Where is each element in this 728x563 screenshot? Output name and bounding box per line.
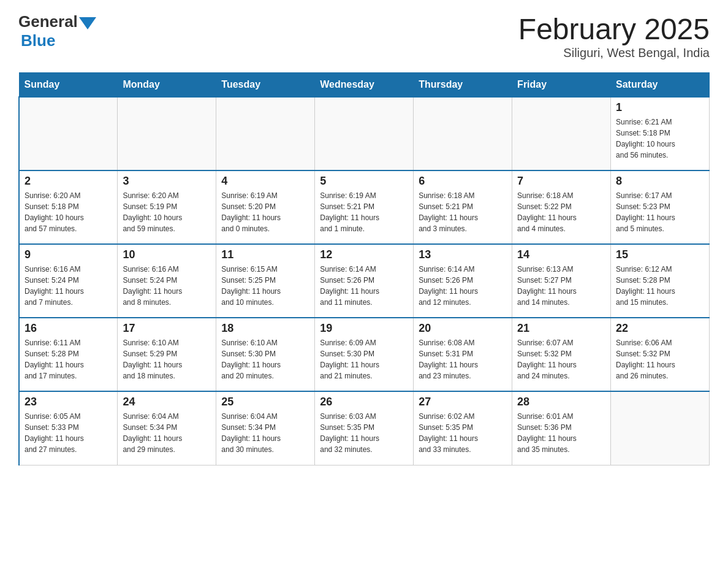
day-number: 20	[419, 322, 507, 335]
day-info: Sunrise: 6:11 AMSunset: 5:28 PMDaylight:…	[25, 337, 112, 381]
day-number: 6	[419, 175, 507, 188]
day-number: 10	[123, 248, 211, 261]
calendar-cell: 2Sunrise: 6:20 AMSunset: 5:18 PMDaylight…	[19, 170, 118, 244]
calendar-cell: 5Sunrise: 6:19 AMSunset: 5:21 PMDaylight…	[315, 170, 414, 244]
day-number: 11	[221, 248, 309, 261]
calendar-cell: 8Sunrise: 6:17 AMSunset: 5:23 PMDaylight…	[611, 170, 710, 244]
day-number: 26	[320, 396, 408, 408]
calendar-cell: 26Sunrise: 6:03 AMSunset: 5:35 PMDayligh…	[315, 391, 414, 465]
day-info: Sunrise: 6:03 AMSunset: 5:35 PMDaylight:…	[320, 411, 408, 455]
logo-line1: General	[18, 12, 96, 31]
day-number: 24	[123, 396, 211, 408]
day-info: Sunrise: 6:20 AMSunset: 5:19 PMDaylight:…	[123, 190, 211, 234]
day-number: 12	[320, 248, 408, 261]
day-info: Sunrise: 6:16 AMSunset: 5:24 PMDaylight:…	[25, 264, 112, 308]
location-text: Siliguri, West Bengal, India	[518, 46, 710, 60]
logo-blue-text: Blue	[21, 31, 55, 50]
day-number: 21	[517, 322, 605, 335]
page-header: General Blue February 2025 Siliguri, Wes…	[18, 12, 710, 60]
day-info: Sunrise: 6:01 AMSunset: 5:36 PMDaylight:…	[517, 411, 605, 455]
day-info: Sunrise: 6:21 AMSunset: 5:18 PMDaylight:…	[616, 117, 704, 161]
calendar-cell	[315, 97, 414, 170]
calendar-cell: 11Sunrise: 6:15 AMSunset: 5:25 PMDayligh…	[216, 244, 315, 318]
calendar-week-1: 1Sunrise: 6:21 AMSunset: 5:18 PMDaylight…	[19, 97, 710, 170]
day-info: Sunrise: 6:14 AMSunset: 5:26 PMDaylight:…	[320, 264, 408, 308]
calendar-cell: 20Sunrise: 6:08 AMSunset: 5:31 PMDayligh…	[414, 318, 512, 391]
weekday-header-sunday: Sunday	[19, 73, 118, 98]
day-number: 1	[616, 101, 704, 114]
calendar-cell	[19, 97, 118, 170]
calendar-cell	[512, 97, 611, 170]
day-number: 14	[517, 248, 605, 261]
weekday-header-wednesday: Wednesday	[315, 73, 414, 98]
calendar-cell: 14Sunrise: 6:13 AMSunset: 5:27 PMDayligh…	[512, 244, 611, 318]
day-number: 13	[419, 248, 507, 261]
day-number: 27	[419, 396, 507, 408]
weekday-header-saturday: Saturday	[611, 73, 710, 98]
day-info: Sunrise: 6:08 AMSunset: 5:31 PMDaylight:…	[419, 337, 507, 381]
weekday-header-tuesday: Tuesday	[216, 73, 315, 98]
calendar-cell: 13Sunrise: 6:14 AMSunset: 5:26 PMDayligh…	[414, 244, 512, 318]
day-info: Sunrise: 6:02 AMSunset: 5:35 PMDaylight:…	[419, 411, 507, 455]
day-info: Sunrise: 6:14 AMSunset: 5:26 PMDaylight:…	[419, 264, 507, 308]
day-info: Sunrise: 6:19 AMSunset: 5:20 PMDaylight:…	[221, 190, 309, 234]
day-number: 18	[221, 322, 309, 335]
calendar-cell: 17Sunrise: 6:10 AMSunset: 5:29 PMDayligh…	[118, 318, 216, 391]
day-number: 25	[221, 396, 309, 408]
calendar-week-3: 9Sunrise: 6:16 AMSunset: 5:24 PMDaylight…	[19, 244, 710, 318]
calendar-cell: 27Sunrise: 6:02 AMSunset: 5:35 PMDayligh…	[414, 391, 512, 465]
calendar-cell: 3Sunrise: 6:20 AMSunset: 5:19 PMDaylight…	[118, 170, 216, 244]
calendar-cell	[611, 391, 710, 465]
day-number: 15	[616, 248, 704, 261]
day-info: Sunrise: 6:05 AMSunset: 5:33 PMDaylight:…	[25, 411, 112, 455]
calendar-cell: 28Sunrise: 6:01 AMSunset: 5:36 PMDayligh…	[512, 391, 611, 465]
calendar-week-5: 23Sunrise: 6:05 AMSunset: 5:33 PMDayligh…	[19, 391, 710, 465]
calendar-cell: 9Sunrise: 6:16 AMSunset: 5:24 PMDaylight…	[19, 244, 118, 318]
day-number: 5	[320, 175, 408, 188]
day-number: 17	[123, 322, 211, 335]
day-number: 2	[25, 175, 112, 188]
day-info: Sunrise: 6:09 AMSunset: 5:30 PMDaylight:…	[320, 337, 408, 381]
calendar-cell: 24Sunrise: 6:04 AMSunset: 5:34 PMDayligh…	[118, 391, 216, 465]
calendar-cell: 15Sunrise: 6:12 AMSunset: 5:28 PMDayligh…	[611, 244, 710, 318]
day-info: Sunrise: 6:07 AMSunset: 5:32 PMDaylight:…	[517, 337, 605, 381]
day-info: Sunrise: 6:04 AMSunset: 5:34 PMDaylight:…	[221, 411, 309, 455]
calendar-cell: 1Sunrise: 6:21 AMSunset: 5:18 PMDaylight…	[611, 97, 710, 170]
calendar-cell	[216, 97, 315, 170]
day-info: Sunrise: 6:10 AMSunset: 5:29 PMDaylight:…	[123, 337, 211, 381]
day-number: 22	[616, 322, 704, 335]
calendar-cell: 16Sunrise: 6:11 AMSunset: 5:28 PMDayligh…	[19, 318, 118, 391]
calendar-cell: 25Sunrise: 6:04 AMSunset: 5:34 PMDayligh…	[216, 391, 315, 465]
weekday-header-thursday: Thursday	[414, 73, 512, 98]
calendar-cell: 4Sunrise: 6:19 AMSunset: 5:20 PMDaylight…	[216, 170, 315, 244]
day-number: 7	[517, 175, 605, 188]
day-info: Sunrise: 6:18 AMSunset: 5:21 PMDaylight:…	[419, 190, 507, 234]
day-number: 16	[25, 322, 112, 335]
day-info: Sunrise: 6:16 AMSunset: 5:24 PMDaylight:…	[123, 264, 211, 308]
calendar-cell: 23Sunrise: 6:05 AMSunset: 5:33 PMDayligh…	[19, 391, 118, 465]
day-number: 9	[25, 248, 112, 261]
weekday-header-row: SundayMondayTuesdayWednesdayThursdayFrid…	[19, 73, 710, 98]
calendar-cell: 7Sunrise: 6:18 AMSunset: 5:22 PMDaylight…	[512, 170, 611, 244]
day-info: Sunrise: 6:17 AMSunset: 5:23 PMDaylight:…	[616, 190, 704, 234]
day-number: 19	[320, 322, 408, 335]
calendar-cell	[414, 97, 512, 170]
day-info: Sunrise: 6:10 AMSunset: 5:30 PMDaylight:…	[221, 337, 309, 381]
calendar-cell: 22Sunrise: 6:06 AMSunset: 5:32 PMDayligh…	[611, 318, 710, 391]
day-number: 23	[25, 396, 112, 408]
weekday-header-monday: Monday	[118, 73, 216, 98]
calendar-cell: 19Sunrise: 6:09 AMSunset: 5:30 PMDayligh…	[315, 318, 414, 391]
logo-line2: Blue	[21, 31, 55, 50]
calendar-cell: 12Sunrise: 6:14 AMSunset: 5:26 PMDayligh…	[315, 244, 414, 318]
weekday-header-friday: Friday	[512, 73, 611, 98]
calendar-cell: 6Sunrise: 6:18 AMSunset: 5:21 PMDaylight…	[414, 170, 512, 244]
day-info: Sunrise: 6:15 AMSunset: 5:25 PMDaylight:…	[221, 264, 309, 308]
calendar-cell: 21Sunrise: 6:07 AMSunset: 5:32 PMDayligh…	[512, 318, 611, 391]
month-title: February 2025	[518, 12, 710, 46]
logo-general-text: General	[18, 12, 78, 31]
day-number: 3	[123, 175, 211, 188]
title-area: February 2025 Siliguri, West Bengal, Ind…	[518, 12, 710, 60]
day-info: Sunrise: 6:12 AMSunset: 5:28 PMDaylight:…	[616, 264, 704, 308]
day-info: Sunrise: 6:18 AMSunset: 5:22 PMDaylight:…	[517, 190, 605, 234]
calendar-cell	[118, 97, 216, 170]
